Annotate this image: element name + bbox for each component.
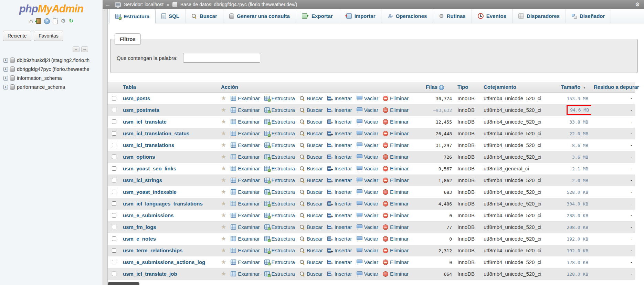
action-browse-link[interactable]: Examinar [231, 95, 260, 101]
action-drop-link[interactable]: Eliminar [383, 201, 409, 207]
action-browse-link[interactable]: Examinar [231, 189, 260, 195]
row-checkbox[interactable] [112, 119, 116, 124]
tab-sql[interactable]: SQL [156, 9, 186, 23]
action-search-link[interactable]: Buscar [299, 189, 323, 195]
action-insert-link[interactable]: Insertar [327, 142, 352, 148]
row-checkbox[interactable] [112, 178, 116, 182]
tree-item-3[interactable]: +information_schema [0, 74, 103, 83]
table-name-link[interactable]: usm_icl_translate_job [123, 271, 177, 277]
expand-icon[interactable]: + [3, 67, 8, 72]
favorite-star-icon[interactable]: ★ [221, 130, 226, 137]
table-name-link[interactable]: usm_term_relationships [123, 247, 182, 253]
action-search-link[interactable]: Buscar [299, 130, 323, 136]
tab-events[interactable]: Eventos [472, 9, 513, 23]
action-search-link[interactable]: Buscar [299, 107, 323, 113]
action-drop-link[interactable]: Eliminar [383, 95, 409, 101]
action-structure-link[interactable]: Estructura [264, 119, 295, 125]
tab-operations[interactable]: Operaciones [381, 9, 433, 23]
favorite-star-icon[interactable]: ★ [221, 177, 226, 184]
row-checkbox[interactable] [112, 155, 116, 159]
row-checkbox[interactable] [112, 131, 116, 136]
header-tipo[interactable]: Tipo [455, 82, 481, 92]
action-structure-link[interactable]: Estructura [264, 189, 295, 195]
favorite-star-icon[interactable]: ★ [221, 200, 226, 207]
refresh-icon[interactable]: ↻ [69, 18, 73, 24]
expand-icon[interactable]: + [3, 76, 8, 81]
collapse-all-icon[interactable]: − [73, 46, 80, 52]
action-empty-link[interactable]: Vaciar [357, 189, 378, 195]
panel-resizer[interactable] [103, 9, 108, 285]
row-checkbox[interactable] [112, 225, 116, 229]
action-drop-link[interactable]: Eliminar [383, 130, 409, 136]
favorite-star-icon[interactable]: ★ [221, 258, 226, 266]
action-structure-link[interactable]: Estructura [264, 107, 295, 113]
favorite-tables-button[interactable]: Favoritas [34, 31, 63, 41]
tree-item-4[interactable]: +performance_schema [0, 83, 103, 92]
tab-structure[interactable]: Estructura [109, 9, 156, 23]
table-name-link[interactable]: usm_posts [123, 95, 150, 101]
action-structure-link[interactable]: Estructura [264, 201, 295, 207]
breadcrumb-database-link[interactable]: Base de datos: dbriggfdg47pyc (florio.th… [180, 2, 297, 7]
action-drop-link[interactable]: Eliminar [383, 236, 409, 242]
favorite-star-icon[interactable]: ★ [221, 247, 226, 254]
action-empty-link[interactable]: Vaciar [357, 271, 378, 277]
action-structure-link[interactable]: Estructura [264, 142, 295, 148]
action-structure-link[interactable]: Estructura [264, 271, 295, 277]
favorite-star-icon[interactable]: ★ [221, 165, 226, 172]
tree-item-1[interactable]: +dbjb9zhuskdj2i (staging2.florio.th [0, 56, 103, 65]
table-name-link[interactable]: usm_icl_languages_translations [123, 201, 203, 207]
action-search-link[interactable]: Buscar [299, 95, 323, 101]
help-icon[interactable]: ? [44, 18, 50, 24]
action-insert-link[interactable]: Insertar [327, 154, 352, 160]
table-name-link[interactable]: usm_icl_translation_status [123, 130, 189, 136]
action-drop-link[interactable]: Eliminar [383, 224, 409, 230]
expand-icon[interactable]: + [3, 58, 8, 63]
link-panels-icon[interactable]: ∞ [81, 46, 88, 52]
table-name-link[interactable]: usm_postmeta [123, 107, 159, 113]
sidebar-collapse-arrow[interactable]: ← [105, 2, 110, 8]
action-drop-link[interactable]: Eliminar [383, 189, 409, 195]
favorite-star-icon[interactable]: ★ [221, 95, 226, 102]
favorite-star-icon[interactable]: ★ [221, 118, 226, 125]
action-insert-link[interactable]: Insertar [327, 224, 352, 230]
row-checkbox[interactable] [112, 143, 116, 147]
action-empty-link[interactable]: Vaciar [357, 107, 378, 113]
tab-query-builder[interactable]: Generar una consulta [223, 9, 296, 23]
filter-word-input[interactable] [183, 53, 260, 63]
action-browse-link[interactable]: Examinar [231, 236, 260, 242]
action-search-link[interactable]: Buscar [299, 119, 323, 125]
action-empty-link[interactable]: Vaciar [357, 166, 378, 171]
table-name-link[interactable]: usm_e_notes [123, 236, 156, 242]
table-name-link[interactable]: usm_icl_translate [123, 119, 167, 125]
action-insert-link[interactable]: Insertar [327, 166, 352, 171]
favorite-star-icon[interactable]: ★ [221, 153, 226, 160]
action-empty-link[interactable]: Vaciar [357, 247, 378, 253]
action-search-link[interactable]: Buscar [299, 166, 323, 171]
action-empty-link[interactable]: Vaciar [357, 177, 378, 183]
action-search-link[interactable]: Buscar [299, 201, 323, 207]
action-browse-link[interactable]: Examinar [231, 212, 260, 218]
row-checkbox[interactable] [112, 236, 116, 241]
row-checkbox[interactable] [112, 166, 116, 171]
action-empty-link[interactable]: Vaciar [357, 201, 378, 207]
action-browse-link[interactable]: Examinar [231, 107, 260, 113]
table-name-link[interactable]: usm_yoast_indexable [123, 189, 177, 195]
action-insert-link[interactable]: Insertar [327, 189, 352, 195]
action-insert-link[interactable]: Insertar [327, 130, 352, 136]
action-drop-link[interactable]: Eliminar [383, 177, 409, 183]
header-cotejamiento[interactable]: Cotejamiento [481, 82, 558, 92]
action-empty-link[interactable]: Vaciar [357, 119, 378, 125]
documentation-icon[interactable] [53, 18, 58, 24]
action-insert-link[interactable]: Insertar [327, 201, 352, 207]
tree-item-2[interactable]: +dbriggfdg47pyc (florio.theweathe [0, 65, 103, 74]
favorite-star-icon[interactable]: ★ [221, 270, 226, 277]
table-name-link[interactable]: usm_icl_strings [123, 177, 162, 183]
action-structure-link[interactable]: Estructura [264, 236, 295, 242]
row-checkbox[interactable] [112, 190, 116, 194]
action-structure-link[interactable]: Estructura [264, 95, 295, 101]
table-name-link[interactable]: usm_yoast_seo_links [123, 166, 176, 171]
action-search-link[interactable]: Buscar [299, 142, 323, 148]
action-browse-link[interactable]: Examinar [231, 142, 260, 148]
action-insert-link[interactable]: Insertar [327, 119, 352, 125]
row-checkbox[interactable] [112, 213, 116, 218]
